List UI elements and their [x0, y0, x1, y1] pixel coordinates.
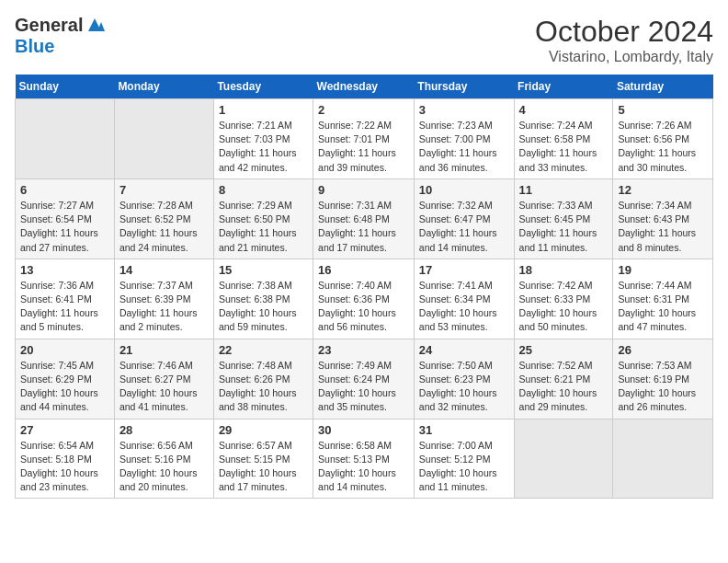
day-number: 2 — [318, 103, 409, 117]
calendar-cell: 8Sunrise: 7:29 AM Sunset: 6:50 PM Daylig… — [213, 178, 313, 259]
day-number: 9 — [318, 183, 409, 197]
day-header-monday: Monday — [114, 75, 213, 99]
calendar-cell — [514, 419, 613, 499]
calendar-cell: 14Sunrise: 7:37 AM Sunset: 6:39 PM Dayli… — [114, 259, 213, 339]
day-number: 19 — [618, 263, 708, 277]
title-section: October 2024 Vistarino, Lombardy, Italy — [535, 15, 713, 65]
calendar-cell: 16Sunrise: 7:40 AM Sunset: 6:36 PM Dayli… — [313, 259, 415, 339]
cell-content: Sunrise: 7:22 AM Sunset: 7:01 PM Dayligh… — [318, 119, 409, 175]
cell-content: Sunrise: 7:38 AM Sunset: 6:38 PM Dayligh… — [219, 279, 308, 335]
calendar-cell: 18Sunrise: 7:42 AM Sunset: 6:33 PM Dayli… — [514, 259, 613, 339]
day-number: 17 — [419, 263, 509, 277]
cell-content: Sunrise: 7:48 AM Sunset: 6:26 PM Dayligh… — [219, 359, 308, 415]
calendar-cell: 11Sunrise: 7:33 AM Sunset: 6:45 PM Dayli… — [514, 178, 613, 259]
day-number: 29 — [219, 423, 308, 437]
calendar-cell: 30Sunrise: 6:58 AM Sunset: 5:13 PM Dayli… — [313, 419, 415, 499]
calendar-cell: 12Sunrise: 7:34 AM Sunset: 6:43 PM Dayli… — [613, 178, 713, 259]
logo-blue-text: Blue — [15, 36, 54, 56]
cell-content: Sunrise: 7:34 AM Sunset: 6:43 PM Dayligh… — [618, 199, 708, 255]
day-number: 7 — [119, 183, 209, 197]
cell-content: Sunrise: 7:21 AM Sunset: 7:03 PM Dayligh… — [219, 119, 308, 175]
cell-content: Sunrise: 7:00 AM Sunset: 5:12 PM Dayligh… — [419, 439, 509, 495]
calendar-week-3: 13Sunrise: 7:36 AM Sunset: 6:41 PM Dayli… — [16, 259, 713, 339]
cell-content: Sunrise: 7:40 AM Sunset: 6:36 PM Dayligh… — [318, 279, 409, 335]
day-header-thursday: Thursday — [414, 75, 514, 99]
calendar-cell: 6Sunrise: 7:27 AM Sunset: 6:54 PM Daylig… — [16, 178, 115, 259]
calendar-cell: 23Sunrise: 7:49 AM Sunset: 6:24 PM Dayli… — [313, 339, 415, 419]
cell-content: Sunrise: 7:41 AM Sunset: 6:34 PM Dayligh… — [419, 279, 509, 335]
calendar-cell: 22Sunrise: 7:48 AM Sunset: 6:26 PM Dayli… — [213, 339, 313, 419]
day-number: 14 — [119, 263, 209, 277]
day-number: 27 — [20, 423, 109, 437]
day-header-friday: Friday — [514, 75, 613, 99]
day-number: 30 — [318, 423, 409, 437]
calendar-week-1: 1Sunrise: 7:21 AM Sunset: 7:03 PM Daylig… — [16, 99, 713, 179]
cell-content: Sunrise: 6:58 AM Sunset: 5:13 PM Dayligh… — [318, 439, 409, 495]
cell-content: Sunrise: 7:36 AM Sunset: 6:41 PM Dayligh… — [20, 279, 109, 335]
calendar-cell — [613, 419, 713, 499]
day-number: 5 — [618, 103, 708, 117]
cell-content: Sunrise: 7:33 AM Sunset: 6:45 PM Dayligh… — [519, 199, 609, 255]
cell-content: Sunrise: 7:42 AM Sunset: 6:33 PM Dayligh… — [519, 279, 609, 335]
cell-content: Sunrise: 7:31 AM Sunset: 6:48 PM Dayligh… — [318, 199, 409, 255]
calendar-cell: 25Sunrise: 7:52 AM Sunset: 6:21 PM Dayli… — [514, 339, 613, 419]
day-number: 12 — [618, 183, 708, 197]
cell-content: Sunrise: 6:54 AM Sunset: 5:18 PM Dayligh… — [20, 439, 109, 495]
day-number: 10 — [419, 183, 509, 197]
day-number: 26 — [618, 343, 708, 357]
calendar-cell: 26Sunrise: 7:53 AM Sunset: 6:19 PM Dayli… — [613, 339, 713, 419]
calendar-cell: 1Sunrise: 7:21 AM Sunset: 7:03 PM Daylig… — [213, 99, 313, 179]
calendar-week-2: 6Sunrise: 7:27 AM Sunset: 6:54 PM Daylig… — [16, 178, 713, 259]
calendar-header-row: SundayMondayTuesdayWednesdayThursdayFrid… — [16, 75, 713, 99]
day-number: 18 — [519, 263, 609, 277]
cell-content: Sunrise: 7:49 AM Sunset: 6:24 PM Dayligh… — [318, 359, 409, 415]
day-number: 24 — [419, 343, 509, 357]
calendar-cell: 2Sunrise: 7:22 AM Sunset: 7:01 PM Daylig… — [313, 99, 415, 179]
cell-content: Sunrise: 7:23 AM Sunset: 7:00 PM Dayligh… — [419, 119, 509, 175]
calendar-cell: 3Sunrise: 7:23 AM Sunset: 7:00 PM Daylig… — [414, 99, 514, 179]
cell-content: Sunrise: 7:28 AM Sunset: 6:52 PM Dayligh… — [119, 199, 209, 255]
calendar-week-4: 20Sunrise: 7:45 AM Sunset: 6:29 PM Dayli… — [16, 339, 713, 419]
day-number: 20 — [20, 343, 109, 357]
cell-content: Sunrise: 7:32 AM Sunset: 6:47 PM Dayligh… — [419, 199, 509, 255]
calendar-cell: 15Sunrise: 7:38 AM Sunset: 6:38 PM Dayli… — [213, 259, 313, 339]
day-number: 31 — [419, 423, 509, 437]
cell-content: Sunrise: 7:26 AM Sunset: 6:56 PM Dayligh… — [618, 119, 708, 175]
day-number: 3 — [419, 103, 509, 117]
cell-content: Sunrise: 7:45 AM Sunset: 6:29 PM Dayligh… — [20, 359, 109, 415]
calendar-cell: 13Sunrise: 7:36 AM Sunset: 6:41 PM Dayli… — [16, 259, 115, 339]
day-header-saturday: Saturday — [613, 75, 713, 99]
cell-content: Sunrise: 7:24 AM Sunset: 6:58 PM Dayligh… — [519, 119, 609, 175]
calendar-week-5: 27Sunrise: 6:54 AM Sunset: 5:18 PM Dayli… — [16, 419, 713, 499]
calendar-cell: 21Sunrise: 7:46 AM Sunset: 6:27 PM Dayli… — [114, 339, 213, 419]
calendar-cell: 29Sunrise: 6:57 AM Sunset: 5:15 PM Dayli… — [213, 419, 313, 499]
location-title: Vistarino, Lombardy, Italy — [535, 49, 713, 65]
cell-content: Sunrise: 6:56 AM Sunset: 5:16 PM Dayligh… — [119, 439, 209, 495]
page-header: General Blue October 2024 Vistarino, Lom… — [15, 15, 713, 65]
calendar-cell: 27Sunrise: 6:54 AM Sunset: 5:18 PM Dayli… — [16, 419, 115, 499]
cell-content: Sunrise: 7:50 AM Sunset: 6:23 PM Dayligh… — [419, 359, 509, 415]
calendar-cell: 4Sunrise: 7:24 AM Sunset: 6:58 PM Daylig… — [514, 99, 613, 179]
calendar-cell: 31Sunrise: 7:00 AM Sunset: 5:12 PM Dayli… — [414, 419, 514, 499]
day-number: 16 — [318, 263, 409, 277]
day-number: 22 — [219, 343, 308, 357]
day-number: 8 — [219, 183, 308, 197]
cell-content: Sunrise: 7:53 AM Sunset: 6:19 PM Dayligh… — [618, 359, 708, 415]
day-header-sunday: Sunday — [16, 75, 115, 99]
cell-content: Sunrise: 7:52 AM Sunset: 6:21 PM Dayligh… — [519, 359, 609, 415]
calendar-cell: 19Sunrise: 7:44 AM Sunset: 6:31 PM Dayli… — [613, 259, 713, 339]
cell-content: Sunrise: 7:37 AM Sunset: 6:39 PM Dayligh… — [119, 279, 209, 335]
calendar-cell — [114, 99, 213, 179]
cell-content: Sunrise: 7:46 AM Sunset: 6:27 PM Dayligh… — [119, 359, 209, 415]
logo-triangle-icon — [85, 15, 105, 33]
day-number: 13 — [20, 263, 109, 277]
day-number: 28 — [119, 423, 209, 437]
day-number: 15 — [219, 263, 308, 277]
logo-general-text: General — [15, 15, 83, 36]
logo: General Blue — [15, 15, 105, 57]
day-number: 21 — [119, 343, 209, 357]
day-header-tuesday: Tuesday — [213, 75, 313, 99]
calendar-table: SundayMondayTuesdayWednesdayThursdayFrid… — [15, 75, 713, 499]
day-number: 11 — [519, 183, 609, 197]
day-number: 1 — [219, 103, 308, 117]
